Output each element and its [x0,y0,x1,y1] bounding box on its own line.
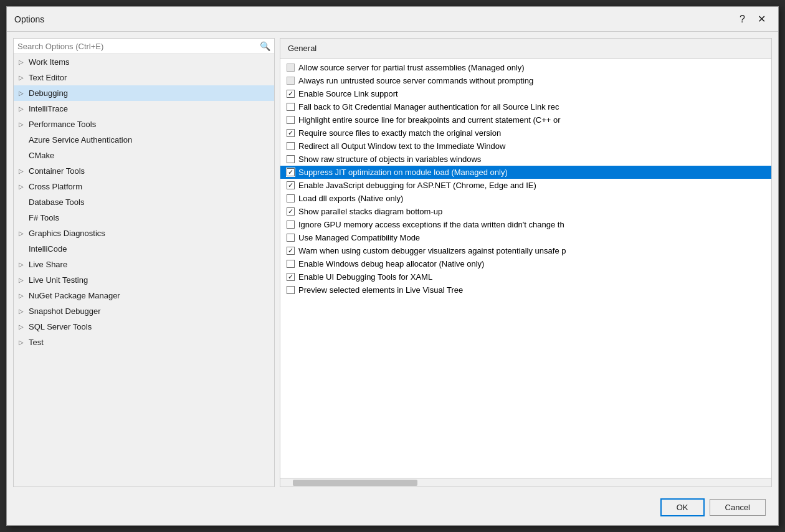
option-item[interactable]: Warn when using custom debugger visualiz… [280,244,771,257]
option-checkbox[interactable] [287,221,295,229]
option-item[interactable]: Show raw structure of objects in variabl… [280,153,771,166]
tree-item[interactable]: ▷Live Share [14,257,274,272]
tree-item[interactable]: CMake [14,148,274,163]
option-item[interactable]: Show parallel stacks diagram bottom-up [280,205,771,218]
tree-item-label: NuGet Package Manager [29,291,120,300]
option-checkbox[interactable] [287,129,295,137]
option-item[interactable]: Enable Windows debug heap allocator (Nat… [280,257,771,270]
tree-item[interactable]: ▷Test [14,335,274,350]
tree-item-label: Azure Service Authentication [29,135,132,145]
search-icon: 🔍 [260,41,270,51]
option-item[interactable]: Fall back to Git Credential Manager auth… [280,100,771,113]
tree-item-label: Performance Tools [29,120,96,129]
search-box[interactable]: 🔍 [14,39,274,54]
tree-item[interactable]: ▷Performance Tools [14,116,274,132]
close-button[interactable]: ✕ [753,12,771,26]
option-label: Enable Source Link support [298,89,398,98]
option-label: Ignore GPU memory access exceptions if t… [298,220,564,229]
search-input[interactable] [17,42,257,51]
tree-item[interactable]: ▷Debugging [14,85,274,101]
tree-item[interactable]: ▷Text Editor [14,70,274,85]
option-checkbox[interactable] [287,142,295,150]
right-panel-header: General [280,39,771,59]
option-checkbox[interactable] [287,155,295,163]
tree-arrow-icon: ▷ [19,261,26,268]
options-list[interactable]: Allow source server for partial trust as… [280,59,771,478]
option-item[interactable]: Suppress JIT optimization on module load… [280,166,771,179]
option-checkbox[interactable] [287,207,295,216]
scroll-thumb[interactable] [293,480,417,486]
tree-item-label: Graphics Diagnostics [29,229,105,238]
tree-item[interactable]: ▷IntelliTrace [14,101,274,116]
option-label: Show parallel stacks diagram bottom-up [298,207,442,216]
option-item[interactable]: Enable UI Debugging Tools for XAML [280,270,771,283]
tree-item-label: IntelliCode [29,244,67,254]
tree-item[interactable]: ▷SQL Server Tools [14,319,274,335]
option-label: Highlight entire source line for breakpo… [298,115,561,125]
horizontal-scrollbar[interactable] [280,478,771,487]
option-item[interactable]: Redirect all Output Window text to the I… [280,140,771,153]
option-item[interactable]: Highlight entire source line for breakpo… [280,113,771,126]
tree-item[interactable]: Database Tools [14,194,274,210]
help-button[interactable]: ? [735,12,750,26]
left-panel: 🔍 ▷Work Items▷Text Editor▷Debugging▷Inte… [13,38,275,487]
tree-item[interactable]: ▷Work Items [14,54,274,70]
option-checkbox[interactable] [287,181,295,189]
tree-item[interactable]: IntelliCode [14,241,274,257]
tree-arrow-icon: ▷ [19,105,26,112]
option-item[interactable]: Use Managed Compatibility Mode [280,231,771,244]
option-item[interactable]: Always run untrusted source server comma… [280,74,771,87]
tree-item[interactable]: ▷Snapshot Debugger [14,303,274,319]
main-content: 🔍 ▷Work Items▷Text Editor▷Debugging▷Inte… [13,38,772,487]
tree-item[interactable]: ▷Live Unit Testing [14,272,274,288]
tree-arrow-icon: ▷ [19,339,26,346]
tree-arrow-icon: ▷ [19,230,26,237]
tree-arrow-icon: ▷ [19,183,26,190]
option-checkbox[interactable] [287,64,295,72]
cancel-button[interactable]: Cancel [710,499,766,516]
option-item[interactable]: Enable JavaScript debugging for ASP.NET … [280,179,771,192]
tree-item-label: CMake [29,151,54,160]
ok-button[interactable]: OK [660,498,705,516]
option-label: Enable UI Debugging Tools for XAML [298,272,432,282]
option-item[interactable]: Load dll exports (Native only) [280,192,771,205]
option-checkbox[interactable] [287,247,295,255]
option-checkbox[interactable] [287,234,295,242]
tree-item[interactable]: ▷Container Tools [14,163,274,179]
option-label: Always run untrusted source server comma… [298,76,533,85]
option-checkbox[interactable] [287,90,295,98]
tree-item[interactable]: ▷NuGet Package Manager [14,288,274,303]
tree-container[interactable]: ▷Work Items▷Text Editor▷Debugging▷Intell… [14,54,274,487]
option-checkbox[interactable] [287,273,295,281]
option-item[interactable]: Allow source server for partial trust as… [280,61,771,74]
option-label: Allow source server for partial trust as… [298,63,525,72]
option-label: Use Managed Compatibility Mode [298,233,420,242]
tree-arrow-icon: ▷ [19,308,26,315]
tree-arrow-icon: ▷ [19,121,26,128]
tree-arrow-icon: ▷ [19,292,26,299]
tree-item-label: Debugging [29,88,68,98]
tree-item[interactable]: Azure Service Authentication [14,132,274,148]
tree-item[interactable]: F# Tools [14,210,274,226]
option-checkbox[interactable] [287,168,295,176]
tree-arrow-icon: ▷ [19,323,26,330]
tree-item-label: Text Editor [29,73,67,82]
tree-item[interactable]: ▷Cross Platform [14,179,274,194]
option-label: Warn when using custom debugger visualiz… [298,246,566,255]
option-checkbox[interactable] [287,194,295,202]
option-item[interactable]: Enable Source Link support [280,87,771,100]
dialog-body: 🔍 ▷Work Items▷Text Editor▷Debugging▷Inte… [7,32,778,525]
tree-item-label: Live Share [29,260,67,269]
option-item[interactable]: Ignore GPU memory access exceptions if t… [280,218,771,231]
tree-item-label: IntelliTrace [29,104,68,113]
option-checkbox[interactable] [287,77,295,85]
option-checkbox[interactable] [287,103,295,111]
option-item[interactable]: Require source files to exactly match th… [280,126,771,140]
option-item[interactable]: Preview selected elements in Live Visual… [280,283,771,297]
option-checkbox[interactable] [287,286,295,294]
tree-item-label: Work Items [29,57,70,67]
option-label: Show raw structure of objects in variabl… [298,154,481,164]
option-checkbox[interactable] [287,260,295,268]
tree-item[interactable]: ▷Graphics Diagnostics [14,226,274,241]
option-checkbox[interactable] [287,116,295,124]
